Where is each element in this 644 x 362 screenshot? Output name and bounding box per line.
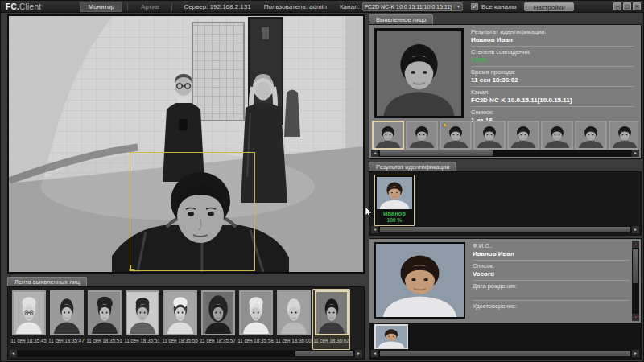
dossier-details: Ф.И.О.: Иванов ИванСписок: VocordДата ро… (369, 239, 641, 323)
match-card[interactable]: Иванов 100 % (374, 175, 415, 226)
scroll-left-button[interactable]: ◄ (371, 350, 378, 357)
snapshot-thumbnail[interactable] (541, 121, 573, 150)
scrollbar-track[interactable] (379, 226, 631, 233)
scrollbar-track[interactable] (632, 249, 639, 313)
field-group: Канал: FC2D NC-K 10.0.15.11[10.0.15.11] (471, 87, 634, 107)
feed-item[interactable]: 11 сен 18:35:47 (47, 289, 85, 350)
field-value: FC2D NC-K 10.0.15.11[10.0.15.11] (471, 97, 634, 104)
star-icon: ★ (442, 121, 448, 129)
snapshot-thumbnail[interactable] (609, 121, 638, 150)
scrollbar-thumb[interactable] (295, 351, 353, 356)
close-button[interactable]: ✕ (633, 2, 641, 10)
scrollbar-thumb[interactable] (380, 351, 630, 356)
field-label: Результат идентификации: (471, 28, 634, 35)
field-group: Дата рождения: (473, 281, 630, 301)
cctv-video-frame[interactable] (7, 14, 365, 274)
mouse-cursor (365, 207, 373, 218)
face-thumbnail (50, 290, 84, 335)
feed-item[interactable]: 11 сен 18:35:51 (123, 289, 161, 350)
tab-archive[interactable]: Архив (133, 2, 167, 12)
feed-item[interactable]: 11 сен 18:35:45 (10, 289, 47, 350)
snapshot-thumbnail[interactable] (372, 121, 404, 150)
feed-item[interactable]: 11 сен 18:36:00 (275, 289, 312, 350)
dossier-scrollbar[interactable]: ▲ ▼ (632, 241, 639, 321)
dossier-fields: Ф.И.О.: Иванов ИванСписок: VocordДата ро… (473, 241, 630, 320)
field-value: 100% (471, 56, 634, 64)
feed-timestamp: 11 сен 18:35:55 (162, 338, 198, 343)
field-group: Удостоверение: (473, 301, 630, 320)
dossier-snapshot-thumbnail[interactable] (374, 324, 408, 349)
field-group: Ф.И.О.: Иванов Иван (473, 241, 630, 261)
match-score: 100 % (375, 217, 414, 223)
field-label: Канал: (471, 88, 634, 96)
all-channels-checkbox[interactable]: ✓ (471, 3, 478, 10)
snapshot-strip: ★ (372, 121, 638, 151)
feed-item[interactable]: 11 сен 18:35:51 (85, 289, 123, 350)
scrollbar-thumb[interactable] (380, 150, 493, 156)
dossier-photo (374, 242, 465, 319)
feed-scrollbar[interactable]: ◄ ► (10, 350, 362, 357)
scroll-down-button[interactable]: ▼ (632, 314, 639, 321)
field-value: Vocord (473, 270, 630, 278)
scroll-up-button[interactable]: ▲ (632, 241, 639, 248)
snapshot-thumbnail[interactable]: ★ (440, 121, 472, 150)
scroll-right-button[interactable]: ► (632, 150, 639, 157)
window-controls: ─▢✕ (613, 2, 641, 10)
scroll-right-button[interactable]: ► (632, 226, 639, 233)
dossier-strip-scrollbar[interactable]: ◄ ► (371, 350, 639, 357)
field-value (473, 311, 630, 318)
tab-identification-result[interactable]: Результат идентификации (369, 162, 456, 171)
field-label: Снимок: (471, 109, 634, 116)
field-label: Степень совпадения: (471, 48, 634, 56)
tab-detected-faces-feed[interactable]: Лента выявленных лиц (7, 277, 87, 286)
scroll-left-button[interactable]: ◄ (371, 150, 378, 157)
scroll-right-button[interactable]: ► (355, 350, 362, 357)
face-thumbnail (163, 290, 197, 335)
field-group: Результат идентификации: Иванов Иван (471, 27, 634, 47)
chevron-down-icon[interactable]: ▼ (454, 4, 460, 9)
user-label: Пользователь: admin (264, 3, 327, 10)
detected-faces-feed-panel: 11 сен 18:35:45 11 сен 18:35:47 11 сен 1… (7, 286, 365, 360)
maximize-button[interactable]: ▢ (623, 2, 631, 10)
feed-strip: 11 сен 18:35:45 11 сен 18:35:47 11 сен 1… (10, 289, 362, 350)
scrollbar-thumb[interactable] (380, 227, 630, 232)
minimize-button[interactable]: ─ (613, 2, 621, 10)
scrollbar-thumb[interactable] (633, 249, 638, 283)
settings-button[interactable]: Настройки (524, 2, 573, 11)
all-channels-label: Все каналы (481, 3, 516, 10)
feed-item[interactable]: 11 сен 18:36:02 (312, 289, 350, 350)
scroll-right-button[interactable]: ► (632, 350, 639, 357)
tab-monitor[interactable]: Монитор (80, 2, 122, 12)
field-group: Степень совпадения: 100% (471, 47, 634, 67)
feed-timestamp: 11 сен 18:35:58 (237, 338, 274, 343)
snapshot-thumbnail[interactable] (473, 121, 506, 150)
feed-item[interactable]: 11 сен 18:35:58 (237, 289, 275, 350)
snapshot-thumbnail[interactable] (507, 121, 539, 150)
field-value: 11 сен 18:36:02 (471, 76, 634, 84)
snapshot-scrollbar[interactable]: ◄ ► (371, 150, 639, 157)
channel-select[interactable]: FC2D NC-K 10.0.15.11[10.0.15.11] ▼ (362, 2, 463, 11)
scrollbar-track[interactable] (18, 350, 354, 357)
divider (171, 3, 172, 10)
feed-item[interactable]: 11 сен 18:35:57 (199, 289, 237, 350)
scroll-left-button[interactable]: ◄ (10, 350, 17, 357)
snapshot-thumbnail[interactable] (575, 121, 607, 150)
field-label: Удостоверение: (473, 302, 630, 310)
scrollbar-track[interactable] (379, 350, 631, 357)
matches-scrollbar[interactable]: ◄ ► (371, 226, 639, 233)
app-logo: FC.Client (6, 2, 41, 11)
detected-face-photo (374, 28, 464, 118)
field-label: Список: (473, 262, 630, 269)
feed-timestamp: 11 сен 18:36:02 (313, 338, 349, 343)
face-thumbnail (201, 290, 235, 335)
feed-item[interactable]: 11 сен 18:35:55 (161, 289, 199, 350)
field-value (473, 290, 630, 298)
tab-detected-face[interactable]: Выявленное лицо (369, 14, 433, 24)
scrollbar-track[interactable] (379, 150, 631, 157)
feed-timestamp: 11 сен 18:35:45 (10, 338, 47, 343)
field-value: Иванов Иван (473, 250, 630, 257)
snapshot-thumbnail[interactable] (406, 121, 438, 150)
detection-corner-mark (130, 265, 136, 272)
feed-timestamp: 11 сен 18:35:51 (124, 338, 160, 343)
scroll-left-button[interactable]: ◄ (371, 226, 378, 233)
